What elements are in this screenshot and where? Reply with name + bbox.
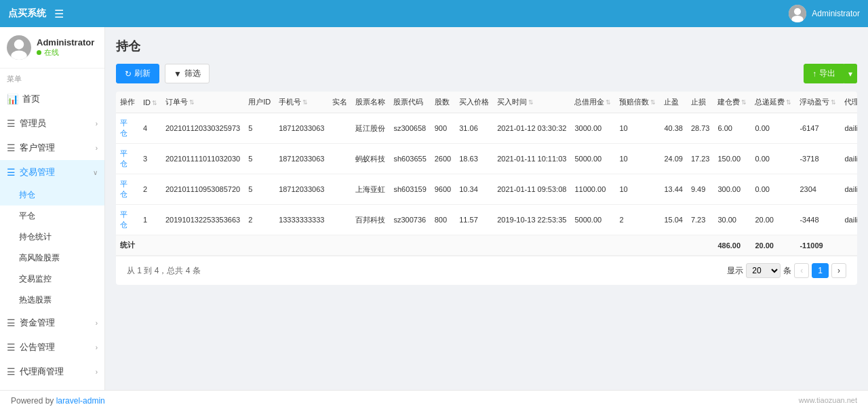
sub-label-holding: 持仓 [19,190,35,199]
refresh-button[interactable]: ↻ 刷新 [116,64,159,83]
col-total-delay[interactable]: 总递延费⇅ [751,92,795,113]
stock-name-cell: 百邦科技 [351,205,389,235]
real-name-cell [328,205,351,235]
export-button[interactable]: ↑ 导出 [804,64,844,83]
action-cell: 平 仓 [116,205,139,235]
sidebar-item-admin[interactable]: ☰ 管理员 › [0,111,104,136]
sidebar-item-realdisc[interactable]: ☰ 实盘管理 › [0,384,104,390]
sidebar-sub-item-trade-monitor[interactable]: 交易监控 [0,269,104,290]
col-buy-price[interactable]: 买入价格 [455,92,493,113]
customer-icon: ☰ [7,142,16,153]
stop-loss-cell: 28.73 [687,113,714,144]
page-1-button[interactable]: 1 [812,263,829,278]
sidebar-item-announcement[interactable]: ☰ 公告管理 › [0,335,104,359]
id-cell: 2 [139,174,161,205]
col-shares[interactable]: 股数 [431,92,455,113]
sidebar-sub-item-high-risk[interactable]: 高风险股票 [0,248,104,269]
buy-time-cell: 2021-01-12 03:30:32 [493,113,570,144]
col-buy-time[interactable]: 买入时间⇅ [493,92,570,113]
sidebar-item-agent[interactable]: ☰ 代理商管理 › [0,359,104,384]
next-page-button[interactable]: › [831,263,846,278]
close-action[interactable]: 仓 [120,189,135,199]
summary-delay: 20.00 [751,235,795,256]
top-navbar: 点买系统 ☰ Administrator [0,0,868,27]
col-action: 操作 [116,92,139,113]
filter-button[interactable]: ▼ 筛选 [165,64,210,83]
toolbar: ↻ 刷新 ▼ 筛选 ↑ 导出 ▾ [116,64,857,83]
float-pl-cell: -3718 [795,144,840,174]
sidebar-sub-item-holding[interactable]: 持仓 [0,184,104,206]
float-pl-cell: 2304 [795,174,840,205]
shares-cell: 900 [431,113,455,144]
sidebar-sub-item-holding-stat[interactable]: 持仓统计 [0,227,104,248]
sidebar-section-label: 菜单 [0,68,104,87]
summary-row: 统计 486.00 20.00 -11009 [116,235,857,256]
table-footer: 从 1 到 4，总共 4 条 显示 20 50 100 条 ‹ 1 › [116,256,857,285]
announcement-icon: ☰ [7,342,16,353]
col-agent[interactable]: 代理商 [840,92,857,113]
col-stop-loss[interactable]: 止损 [687,92,714,113]
col-real-name[interactable]: 实名 [328,92,351,113]
col-order-no[interactable]: 订单号⇅ [161,92,244,113]
sidebar-user-info: Administrator 在线 [37,37,94,58]
agent-cell: daili [840,174,857,205]
col-id[interactable]: ID⇅ [139,92,161,113]
col-open-fee[interactable]: 建仓费⇅ [713,92,751,113]
flat-action[interactable]: 平 [120,179,135,189]
sidebar-item-label-funds: 资金管理 [20,317,55,329]
col-stock-name[interactable]: 股票名称 [351,92,389,113]
footer-link[interactable]: laravel-admin [56,396,105,406]
col-stop-profit[interactable]: 止盈 [660,92,687,113]
user-id-cell: 5 [244,174,275,205]
chevron-right-icon-2: › [96,144,98,152]
sidebar-sub-item-flat[interactable]: 平仓 [0,206,104,227]
flat-action[interactable]: 平 [120,149,135,159]
svg-point-1 [794,8,801,15]
main-content: 持仓 ↻ 刷新 ▼ 筛选 ↑ 导出 ▾ [105,27,868,390]
sidebar-item-trade[interactable]: ☰ 交易管理 ∨ [0,160,104,184]
prev-page-button[interactable]: ‹ [794,263,809,278]
flat-action[interactable]: 平 [120,210,135,220]
stop-profit-cell: 15.04 [660,205,687,235]
sidebar-item-funds[interactable]: ☰ 资金管理 › [0,311,104,335]
col-total-loan[interactable]: 总借用金⇅ [570,92,615,113]
open-fee-cell: 6.00 [713,113,751,144]
buy-price-cell: 18.63 [455,144,493,174]
nav-right[interactable]: Administrator [789,5,860,22]
real-name-cell [328,174,351,205]
col-stock-code[interactable]: 股票代码 [389,92,430,113]
total-loan-cell: 11000.00 [570,174,615,205]
menu-toggle-icon[interactable]: ☰ [54,7,64,20]
sidebar: Administrator 在线 菜单 📊 首页 ☰ 管理员 › ☰ [0,27,105,390]
export-dropdown-button[interactable]: ▾ [844,64,857,83]
id-cell: 1 [139,205,161,235]
chevron-right-icon-3: › [96,319,98,327]
summary-open-fee: 486.00 [713,235,751,256]
chevron-right-icon-4: › [96,344,98,351]
stop-profit-cell: 24.09 [660,144,687,174]
flat-action[interactable]: 平 [120,118,135,128]
stop-profit-cell: 13.44 [660,174,687,205]
shares-cell: 800 [431,205,455,235]
close-action[interactable]: 仓 [120,220,135,230]
close-action[interactable]: 仓 [120,128,135,138]
nav-left: 点买系统 ☰ [8,7,64,20]
stop-profit-cell: 40.38 [660,113,687,144]
float-pl-cell: -6147 [795,113,840,144]
col-phone[interactable]: 手机号⇅ [275,92,328,113]
order-no-cell: 202101110953085720 [161,174,244,205]
col-float-pl[interactable]: 浮动盈亏⇅ [795,92,840,113]
per-page-select[interactable]: 20 50 100 [746,263,781,278]
stop-loss-cell: 9.49 [687,174,714,205]
sidebar-sub-item-hot-stocks[interactable]: 热选股票 [0,290,104,311]
col-user-id[interactable]: 用户ID [244,92,275,113]
summary-float-pl: -11009 [795,235,840,256]
close-action[interactable]: 仓 [120,159,135,169]
status-dot-icon [37,50,41,55]
sidebar-item-home[interactable]: 📊 首页 [0,87,104,111]
col-margin-mult[interactable]: 预赔倍数⇅ [615,92,660,113]
sidebar-item-customer[interactable]: ☰ 客户管理 › [0,136,104,160]
total-delay-cell: 0.00 [751,174,795,205]
phone-cell: 18712033063 [275,144,328,174]
id-cell: 4 [139,113,161,144]
